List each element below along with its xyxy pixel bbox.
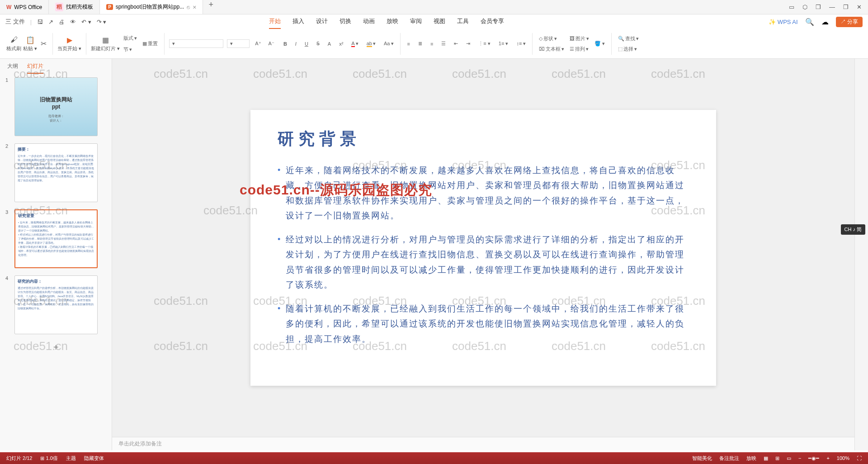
align-center-icon[interactable]: ≣ — [416, 40, 424, 47]
wps-ai-button[interactable]: ✨ WPS AI — [769, 19, 797, 25]
undo-icon[interactable]: ↶ ▾ — [81, 19, 91, 25]
tab-design[interactable]: 设计 — [316, 14, 328, 29]
slide-thumb-4[interactable]: 4 研究的内容： 通过对管理员和用户的需求分析，本旧物置换网站的功能模块设计分为… — [0, 272, 112, 338]
view-sorter-icon[interactable]: ⊞ — [775, 455, 779, 461]
picture-button[interactable]: 🖼 图片 ▾ — [568, 34, 591, 43]
bold-icon[interactable]: B — [282, 40, 289, 47]
numbering-icon[interactable]: 1≡ ▾ — [497, 40, 510, 47]
minimize-icon[interactable]: — — [829, 4, 835, 10]
app-tab-label: WPS Office — [14, 4, 42, 10]
app-tab-document[interactable]: P springboot旧物置换网站pp... ⎋ × — [100, 0, 203, 14]
add-tab-button[interactable]: + — [203, 0, 219, 14]
section-button[interactable]: 节 ▾ — [122, 45, 139, 54]
slide-page[interactable]: 研究背景 • 近年来，随着网络技术的不断发展，越来越多人喜欢在网络上查找信息，将… — [250, 110, 716, 386]
zoom-percent[interactable]: 100% — [837, 455, 849, 461]
tab-member[interactable]: 会员专享 — [481, 14, 504, 29]
layout-button[interactable]: 版式 ▾ — [122, 34, 139, 43]
theme-label[interactable]: 主题 — [66, 455, 76, 462]
font-select[interactable]: ▾ — [169, 39, 223, 48]
font-color-icon[interactable]: A ▾ — [349, 40, 360, 48]
slide-thumbnail[interactable]: 旧物置换网站 ppt 指导老师：设计人： — [14, 77, 98, 136]
notes-bar[interactable]: 单击此处添加备注 — [112, 437, 854, 450]
tab-start[interactable]: 开始 — [269, 14, 281, 29]
align-left-icon[interactable]: ≡ — [405, 40, 411, 47]
slide-thumb-1[interactable]: 1 旧物置换网站 ppt 指导老师：设计人： — [0, 74, 112, 140]
fit-icon[interactable]: ⛶ — [857, 455, 862, 461]
format-painter-button[interactable]: 🖌 格式刷 — [6, 35, 21, 52]
share-button[interactable]: ↗ 分享 — [836, 17, 863, 27]
view-reading-icon[interactable]: ▭ — [787, 455, 791, 461]
text-a-icon[interactable]: A — [326, 40, 333, 47]
maximize-icon[interactable]: ❐ — [843, 4, 849, 10]
tab-transition[interactable]: 切换 — [340, 14, 351, 29]
cut-button[interactable]: ✂ — [39, 39, 48, 48]
slide-thumbnail[interactable]: 摘要： 近年来，一步步走向…现代社会信息化，不断发展的网络技术使得…旧物置换网站… — [14, 143, 98, 202]
decrease-font-icon[interactable]: A⁻ — [267, 40, 276, 47]
close-window-icon[interactable]: ✕ — [857, 4, 862, 10]
slide-thumb-3[interactable]: 3 研究背景 • 近年来，随着网络技术的不断发展，越来越多人喜欢在网络上查找信息… — [0, 206, 112, 272]
outline-tab[interactable]: 大纲 — [7, 62, 18, 74]
tab-review[interactable]: 审阅 — [410, 14, 422, 29]
view-normal-icon[interactable]: ▦ — [764, 455, 768, 461]
pin-icon[interactable]: ⎋ — [187, 4, 190, 10]
italic-icon[interactable]: I — [293, 40, 298, 47]
reset-button[interactable]: ▦ 重置 — [141, 39, 160, 48]
slide-thumb-2[interactable]: 2 摘要： 近年来，一步步走向…现代社会信息化，不断发展的网络技术使得…旧物置换… — [0, 140, 112, 206]
line-spacing-icon[interactable]: ↕≡ ▾ — [514, 40, 528, 47]
indent-right-icon[interactable]: ⇥ — [464, 40, 472, 47]
fill-icon[interactable]: 🪣 ▾ — [593, 40, 607, 47]
close-tab-icon[interactable]: × — [193, 4, 196, 11]
tab-view[interactable]: 视图 — [434, 14, 445, 29]
variants-label[interactable]: 隐藏变体 — [84, 455, 104, 462]
beautify-button[interactable]: 智能美化 — [692, 455, 712, 462]
preview-icon[interactable]: 👁 — [70, 19, 76, 25]
current-start-button[interactable]: ▶ 当页开始 ▾ — [57, 35, 81, 52]
find-button[interactable]: 🔍 查找 ▾ — [616, 34, 641, 43]
superscript-icon[interactable]: x² — [337, 40, 345, 47]
shape-button[interactable]: ◇ 形状 ▾ — [537, 34, 566, 43]
tab-insert[interactable]: 插入 — [292, 14, 304, 29]
app-tab-wps[interactable]: W WPS Office — [0, 0, 49, 14]
cloud-icon[interactable]: ☁ — [821, 18, 829, 26]
redo-icon[interactable]: ↷ ▾ — [97, 19, 107, 25]
layout-icon[interactable]: ▭ — [789, 4, 794, 10]
paste-button[interactable]: 📋 粘贴 ▾ — [23, 35, 37, 52]
change-case-icon[interactable]: Aa ▾ — [382, 40, 396, 47]
tab-slideshow[interactable]: 放映 — [387, 14, 398, 29]
cube-icon[interactable]: ❒ — [816, 4, 821, 10]
slideshow-button[interactable]: 放映 — [746, 455, 756, 462]
app-tab-dao[interactable]: 稻 找稻壳模板 — [49, 0, 100, 14]
save-icon[interactable]: 🖫 — [37, 19, 43, 25]
tab-animation[interactable]: 动画 — [363, 14, 375, 29]
slides-tab[interactable]: 幻灯片 — [27, 62, 43, 74]
slide-thumbnail[interactable]: 研究的内容： 通过对管理员和用户的需求分析，本旧物置换网站的功能模块设计分为管理… — [14, 275, 98, 334]
increase-font-icon[interactable]: A⁺ — [253, 40, 263, 47]
arrange-button[interactable]: ☰ 排列 ▾ — [568, 45, 591, 53]
ime-badge[interactable]: CH ♪ 简 — [841, 224, 866, 235]
zoom-in-icon[interactable]: + — [826, 455, 829, 461]
zoom-out-icon[interactable]: − — [798, 455, 801, 461]
select-button[interactable]: ⬚ 选择 ▾ — [616, 45, 641, 53]
zoom-info[interactable]: ⊞ 1.0倍 — [40, 455, 57, 462]
add-slide-button[interactable]: + — [0, 338, 112, 357]
box-icon[interactable]: ⬡ — [802, 4, 807, 10]
notes-button[interactable]: 备注批注 — [719, 455, 739, 462]
export-icon[interactable]: ↗ — [48, 19, 53, 25]
slide-thumbnail[interactable]: 研究背景 • 近年来，随着网络技术的不断发展，越来越多人喜欢在网络上查找信息…旧… — [14, 209, 98, 268]
align-right-icon[interactable]: ≡ — [429, 40, 435, 47]
file-menu[interactable]: 三 文件 — [5, 18, 25, 26]
tab-tools[interactable]: 工具 — [457, 14, 469, 29]
new-slide-button[interactable]: ▦ 新建幻灯片 ▾ — [91, 35, 120, 52]
underline-icon[interactable]: U — [303, 40, 310, 47]
strike-icon[interactable]: S̶ — [315, 40, 321, 47]
indent-left-icon[interactable]: ⇤ — [452, 40, 460, 47]
size-select[interactable]: ▾ — [227, 39, 250, 48]
highlight-icon[interactable]: ab ▾ — [365, 40, 377, 48]
print-icon[interactable]: 🖨 — [59, 19, 65, 25]
search-icon[interactable]: 🔍 — [805, 18, 814, 26]
zoom-slider[interactable]: ━◉━ — [808, 455, 819, 461]
bullets-icon[interactable]: ⋮≡ ▾ — [476, 40, 492, 47]
canvas-area[interactable]: 研究背景 • 近年来，随着网络技术的不断发展，越来越多人喜欢在网络上查找信息，将… — [112, 59, 854, 437]
justify-icon[interactable]: ☰ — [439, 40, 448, 47]
textbox-button[interactable]: ⌧ 文本框 ▾ — [537, 45, 566, 53]
